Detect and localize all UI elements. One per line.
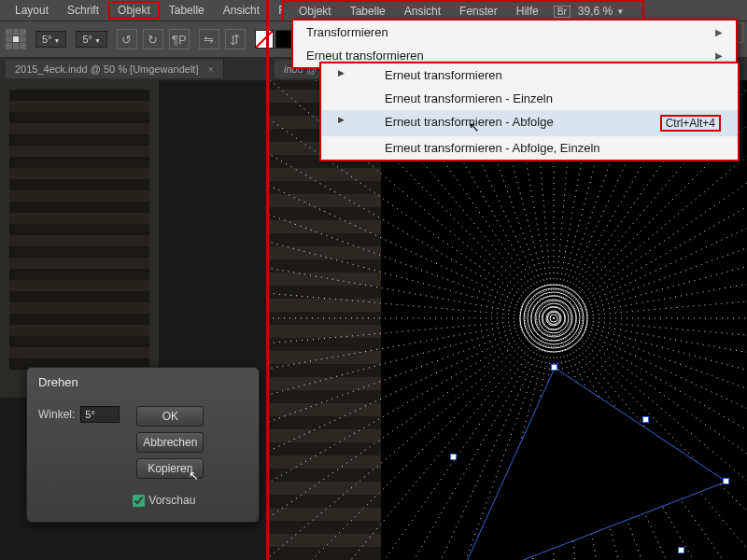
left-image-content xyxy=(0,80,159,398)
doc-tab-left[interactable]: 2015_4eck.indd @ 50 % [Umgewandelt]× xyxy=(6,60,224,78)
close-icon[interactable]: × xyxy=(207,63,213,75)
pilcrow-icon[interactable]: ¶P xyxy=(169,29,190,49)
menu-item-transformieren[interactable]: Transformieren▶ xyxy=(293,21,736,44)
no-fill-swatch[interactable] xyxy=(255,30,274,49)
menu-layout[interactable]: Layout xyxy=(6,1,58,20)
menu-tabelle-r[interactable]: Tabelle xyxy=(341,2,395,21)
preview-checkbox[interactable] xyxy=(133,495,145,507)
svg-line-39 xyxy=(269,174,554,318)
menubar-right: Objekt Tabelle Ansicht Fenster Hilfe Br … xyxy=(282,0,644,21)
menu-objekt-right[interactable]: Objekt xyxy=(289,2,341,21)
flip-v-icon[interactable]: ⇵ xyxy=(225,29,246,49)
svg-marker-81 xyxy=(456,368,726,560)
sub-item-abfolge[interactable]: ▶ Erneut transformieren - Abfolge Ctrl+A… xyxy=(321,110,738,136)
chevron-right-icon: ▶ xyxy=(338,68,347,77)
angle-field-2[interactable]: 5°▼ xyxy=(76,31,106,48)
transform-icons: ↺ ↻ ¶P xyxy=(117,29,190,49)
rotate-dialog: Drehen Winkel: OK Abbrechen Kopieren Vor… xyxy=(26,367,260,523)
sub-item-erneut[interactable]: ▶ Erneut transformieren xyxy=(321,63,738,87)
angle-label: Winkel: xyxy=(38,408,75,421)
svg-line-38 xyxy=(269,221,554,318)
menu-hilfe-r[interactable]: Hilfe xyxy=(507,2,548,21)
sub-item-abfolge-einzeln[interactable]: Erneut transformieren - Abfolge, Einzeln xyxy=(321,136,738,160)
chevron-right-icon: ▶ xyxy=(338,115,347,124)
cancel-button[interactable]: Abbrechen xyxy=(136,432,204,453)
svg-line-70 xyxy=(554,221,747,318)
rotate-cw-icon[interactable]: ↻ xyxy=(143,29,163,49)
zoom-level[interactable]: 39,6 %▼ xyxy=(578,5,624,18)
menu-fenster-r[interactable]: Fenster xyxy=(450,2,507,21)
bridge-icon[interactable]: Br xyxy=(554,6,571,18)
menu-ansicht[interactable]: Ansicht xyxy=(214,1,269,20)
flip-icons: ⇋ ⇵ xyxy=(199,29,246,49)
erneut-transformieren-submenu: ▶ Erneut transformieren Erneut transform… xyxy=(319,62,740,161)
menu-schrift[interactable]: Schrift xyxy=(58,1,108,20)
rotate-ccw-icon[interactable]: ↺ xyxy=(117,29,137,49)
cursor-icon: ↖ xyxy=(189,469,199,483)
angle-input[interactable] xyxy=(80,406,120,423)
submenu-arrow-icon: ▶ xyxy=(715,50,723,61)
shortcut-badge: Ctrl+Alt+4 xyxy=(660,115,721,132)
dialog-title: Drehen xyxy=(27,368,259,397)
menu-tabelle[interactable]: Tabelle xyxy=(160,1,214,20)
submenu-arrow-icon: ▶ xyxy=(715,27,723,37)
preview-label: Vorschau xyxy=(148,494,195,507)
shape-selection[interactable] xyxy=(446,360,745,560)
angle-field[interactable]: 5°▼ xyxy=(35,31,66,48)
menu-ansicht-r[interactable]: Ansicht xyxy=(395,2,450,21)
ok-button[interactable]: OK xyxy=(136,406,204,427)
svg-line-37 xyxy=(269,270,554,318)
flip-h-icon[interactable]: ⇋ xyxy=(199,29,219,49)
svg-line-69 xyxy=(554,174,747,318)
reference-point-grid[interactable] xyxy=(6,29,26,49)
preview-checkbox-row[interactable]: Vorschau xyxy=(133,494,204,507)
menu-objekt-left[interactable]: Objekt xyxy=(108,1,160,20)
window-split-highlight xyxy=(266,0,269,560)
sub-item-einzeln[interactable]: Erneut transformieren - Einzeln xyxy=(321,87,738,110)
